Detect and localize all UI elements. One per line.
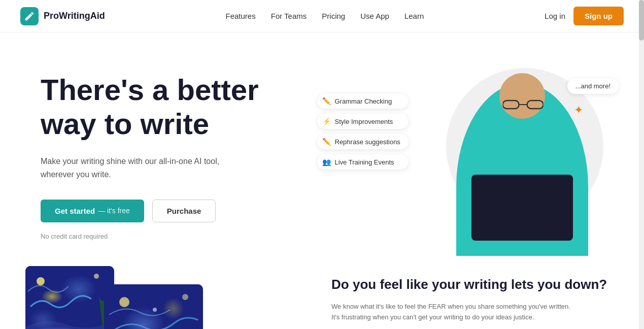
logo-icon (20, 7, 39, 25)
nav-actions: Log in Sign up (545, 7, 624, 25)
purchase-button[interactable]: Purchase (152, 200, 216, 222)
nav-for-teams[interactable]: For Teams (271, 12, 307, 20)
starry-night-svg-1 (25, 266, 114, 329)
svg-rect-0 (503, 101, 519, 109)
rephrase-icon: ✏️ (322, 138, 331, 146)
laptop-shape (471, 175, 573, 241)
chip-training: 👥 Live Training Events (317, 154, 409, 170)
hero-title: There's a better way to write (41, 73, 332, 141)
signup-button[interactable]: Sign up (573, 7, 624, 25)
bottom-section: My idea in my head Do you feel like your… (0, 266, 644, 329)
svg-point-9 (153, 308, 157, 312)
svg-point-8 (182, 294, 188, 300)
starry-night-svg-2 (104, 284, 203, 329)
bottom-heading: Do you feel like your writing lets you d… (331, 276, 644, 293)
nav-learn[interactable]: Learn (404, 12, 424, 20)
nav-links: Features For Teams Pricing Use App Learn (226, 12, 424, 21)
hero-subtitle: Make your writing shine with our all-in-… (41, 155, 233, 181)
sparkle-icon: ✦ (574, 104, 583, 117)
grammar-icon: ✏️ (322, 97, 331, 105)
starry-night-card-1 (25, 266, 114, 329)
chip-grammar: ✏️ Grammar Checking (317, 93, 409, 109)
svg-point-7 (119, 297, 129, 307)
illustration-container: ✏️ Grammar Checking ⚡ Style Improvements… (332, 63, 624, 246)
get-started-button[interactable]: Get started — it's free (41, 200, 144, 222)
chip-style: ⚡ Style Improvements (317, 114, 409, 129)
logo-link[interactable]: ProWritingAid (20, 7, 105, 25)
nav-pricing[interactable]: Pricing (322, 12, 345, 20)
logo-text: ProWritingAid (44, 11, 105, 21)
svg-point-5 (94, 274, 99, 279)
bottom-text-content: Do you feel like your writing lets you d… (331, 266, 644, 322)
svg-rect-3 (25, 266, 114, 329)
bottom-image-group: My idea in my head (20, 266, 301, 329)
hero-cta-group: Get started — it's free Purchase (41, 200, 332, 222)
scrollbar[interactable] (639, 0, 644, 329)
svg-rect-6 (104, 284, 203, 329)
nav-features[interactable]: Features (226, 12, 256, 20)
person-illustration (446, 63, 598, 256)
person-head (499, 73, 545, 119)
hero-content: There's a better way to write Make your … (41, 63, 332, 240)
scrollbar-thumb[interactable] (639, 0, 644, 41)
free-label: — it's free (98, 207, 130, 215)
bottom-paragraph: We know what it's like to feel the FEAR … (331, 302, 575, 323)
hero-section: There's a better way to write Make your … (0, 32, 644, 266)
no-credit-text: No credit card required (41, 233, 332, 240)
login-button[interactable]: Log in (545, 12, 565, 20)
starry-night-card-2 (104, 284, 203, 329)
training-icon: 👥 (322, 158, 331, 166)
hero-illustration: ✏️ Grammar Checking ⚡ Style Improvements… (332, 63, 624, 246)
style-icon: ⚡ (322, 117, 331, 125)
svg-point-4 (37, 277, 45, 285)
feature-chips: ✏️ Grammar Checking ⚡ Style Improvements… (317, 93, 409, 170)
nav-use-app[interactable]: Use App (360, 12, 389, 20)
navbar: ProWritingAid Features For Teams Pricing… (0, 0, 644, 32)
svg-rect-1 (527, 101, 544, 109)
person-glasses-icon (503, 100, 544, 110)
chip-rephrase: ✏️ Rephrase suggestions (317, 134, 409, 149)
